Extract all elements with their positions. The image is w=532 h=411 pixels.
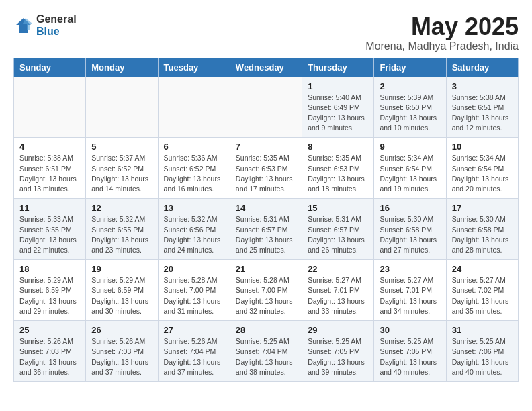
calendar-cell: 11Sunrise: 5:33 AM Sunset: 6:55 PM Dayli… [14, 199, 86, 260]
calendar-cell: 4Sunrise: 5:38 AM Sunset: 6:51 PM Daylig… [14, 138, 86, 199]
logo-general-text: General [36, 13, 77, 26]
calendar-cell: 7Sunrise: 5:35 AM Sunset: 6:53 PM Daylig… [230, 138, 302, 199]
day-info: Sunrise: 5:40 AM Sunset: 6:49 PM Dayligh… [308, 93, 368, 134]
day-info: Sunrise: 5:31 AM Sunset: 6:57 PM Dayligh… [308, 214, 368, 255]
day-info: Sunrise: 5:31 AM Sunset: 6:57 PM Dayligh… [236, 214, 296, 255]
calendar-cell: 25Sunrise: 5:26 AM Sunset: 7:03 PM Dayli… [14, 321, 86, 382]
calendar-cell: 31Sunrise: 5:25 AM Sunset: 7:06 PM Dayli… [446, 321, 518, 382]
calendar-cell: 18Sunrise: 5:29 AM Sunset: 6:59 PM Dayli… [14, 260, 86, 321]
weekday-header-tuesday: Tuesday [158, 58, 230, 77]
day-info: Sunrise: 5:27 AM Sunset: 7:01 PM Dayligh… [308, 275, 368, 316]
day-number: 15 [308, 203, 368, 213]
day-info: Sunrise: 5:35 AM Sunset: 6:53 PM Dayligh… [308, 153, 368, 194]
day-info: Sunrise: 5:39 AM Sunset: 6:50 PM Dayligh… [380, 93, 440, 134]
day-number: 8 [308, 142, 368, 152]
calendar-cell: 21Sunrise: 5:28 AM Sunset: 7:00 PM Dayli… [230, 260, 302, 321]
day-info: Sunrise: 5:32 AM Sunset: 6:56 PM Dayligh… [164, 214, 224, 255]
day-info: Sunrise: 5:29 AM Sunset: 6:59 PM Dayligh… [91, 275, 152, 316]
day-number: 19 [91, 264, 152, 274]
title-section: May 2025 Morena, Madhya Pradesh, India [365, 13, 519, 52]
day-info: Sunrise: 5:27 AM Sunset: 7:02 PM Dayligh… [452, 275, 513, 316]
calendar-cell: 30Sunrise: 5:25 AM Sunset: 7:05 PM Dayli… [374, 321, 446, 382]
weekday-header-wednesday: Wednesday [230, 58, 302, 77]
calendar-cell: 1Sunrise: 5:40 AM Sunset: 6:49 PM Daylig… [302, 77, 374, 138]
calendar-week-1: 1Sunrise: 5:40 AM Sunset: 6:49 PM Daylig… [14, 77, 519, 138]
day-number: 30 [380, 325, 440, 335]
calendar-cell: 23Sunrise: 5:27 AM Sunset: 7:01 PM Dayli… [374, 260, 446, 321]
day-number: 28 [236, 325, 296, 335]
logo-blue-text: Blue [36, 26, 77, 38]
location-subtitle: Morena, Madhya Pradesh, India [365, 40, 519, 52]
day-info: Sunrise: 5:25 AM Sunset: 7:04 PM Dayligh… [236, 336, 296, 377]
day-number: 7 [236, 142, 296, 152]
calendar-cell [14, 77, 86, 138]
calendar-cell: 29Sunrise: 5:25 AM Sunset: 7:05 PM Dayli… [302, 321, 374, 382]
day-number: 6 [164, 142, 224, 152]
calendar-cell: 17Sunrise: 5:30 AM Sunset: 6:58 PM Dayli… [446, 199, 518, 260]
day-number: 5 [91, 142, 152, 152]
day-number: 24 [452, 264, 513, 274]
weekday-header-friday: Friday [374, 58, 446, 77]
day-number: 14 [236, 203, 296, 213]
calendar-cell: 10Sunrise: 5:34 AM Sunset: 6:54 PM Dayli… [446, 138, 518, 199]
day-info: Sunrise: 5:38 AM Sunset: 6:51 PM Dayligh… [452, 93, 513, 134]
calendar-cell: 12Sunrise: 5:32 AM Sunset: 6:55 PM Dayli… [86, 199, 158, 260]
calendar-cell: 9Sunrise: 5:34 AM Sunset: 6:54 PM Daylig… [374, 138, 446, 199]
calendar-week-3: 11Sunrise: 5:33 AM Sunset: 6:55 PM Dayli… [14, 199, 519, 260]
day-number: 9 [380, 142, 440, 152]
calendar-cell: 13Sunrise: 5:32 AM Sunset: 6:56 PM Dayli… [158, 199, 230, 260]
calendar-cell: 5Sunrise: 5:37 AM Sunset: 6:52 PM Daylig… [86, 138, 158, 199]
day-info: Sunrise: 5:36 AM Sunset: 6:52 PM Dayligh… [164, 153, 224, 194]
day-number: 17 [452, 203, 513, 213]
calendar-cell: 26Sunrise: 5:26 AM Sunset: 7:03 PM Dayli… [86, 321, 158, 382]
day-info: Sunrise: 5:30 AM Sunset: 6:58 PM Dayligh… [380, 214, 440, 255]
calendar-table: SundayMondayTuesdayWednesdayThursdayFrid… [13, 58, 519, 382]
day-info: Sunrise: 5:30 AM Sunset: 6:58 PM Dayligh… [452, 214, 513, 255]
header: General Blue May 2025 Morena, Madhya Pra… [13, 13, 519, 52]
calendar-week-4: 18Sunrise: 5:29 AM Sunset: 6:59 PM Dayli… [14, 260, 519, 321]
day-info: Sunrise: 5:29 AM Sunset: 6:59 PM Dayligh… [19, 275, 80, 316]
calendar-cell: 2Sunrise: 5:39 AM Sunset: 6:50 PM Daylig… [374, 77, 446, 138]
day-number: 16 [380, 203, 440, 213]
logo-text: General Blue [36, 13, 77, 37]
day-number: 18 [19, 264, 80, 274]
day-number: 25 [19, 325, 80, 335]
weekday-header-monday: Monday [86, 58, 158, 77]
day-info: Sunrise: 5:32 AM Sunset: 6:55 PM Dayligh… [91, 214, 152, 255]
weekday-header-thursday: Thursday [302, 58, 374, 77]
month-title: May 2025 [365, 13, 519, 40]
day-number: 20 [164, 264, 224, 274]
day-number: 13 [164, 203, 224, 213]
calendar-week-2: 4Sunrise: 5:38 AM Sunset: 6:51 PM Daylig… [14, 138, 519, 199]
day-number: 31 [452, 325, 513, 335]
logo-icon [13, 15, 34, 36]
calendar-cell [230, 77, 302, 138]
day-info: Sunrise: 5:26 AM Sunset: 7:03 PM Dayligh… [19, 336, 80, 377]
day-number: 23 [380, 264, 440, 274]
day-info: Sunrise: 5:35 AM Sunset: 6:53 PM Dayligh… [236, 153, 296, 194]
day-info: Sunrise: 5:27 AM Sunset: 7:01 PM Dayligh… [380, 275, 440, 316]
day-info: Sunrise: 5:34 AM Sunset: 6:54 PM Dayligh… [380, 153, 440, 194]
calendar-cell: 8Sunrise: 5:35 AM Sunset: 6:53 PM Daylig… [302, 138, 374, 199]
day-number: 26 [91, 325, 152, 335]
day-number: 11 [19, 203, 80, 213]
calendar-cell: 15Sunrise: 5:31 AM Sunset: 6:57 PM Dayli… [302, 199, 374, 260]
day-number: 3 [452, 81, 513, 91]
day-number: 21 [236, 264, 296, 274]
calendar-cell: 16Sunrise: 5:30 AM Sunset: 6:58 PM Dayli… [374, 199, 446, 260]
day-info: Sunrise: 5:26 AM Sunset: 7:03 PM Dayligh… [91, 336, 152, 377]
calendar-cell: 6Sunrise: 5:36 AM Sunset: 6:52 PM Daylig… [158, 138, 230, 199]
calendar-cell: 28Sunrise: 5:25 AM Sunset: 7:04 PM Dayli… [230, 321, 302, 382]
day-info: Sunrise: 5:25 AM Sunset: 7:05 PM Dayligh… [380, 336, 440, 377]
day-number: 29 [308, 325, 368, 335]
weekday-header-saturday: Saturday [446, 58, 518, 77]
day-number: 10 [452, 142, 513, 152]
day-info: Sunrise: 5:28 AM Sunset: 7:00 PM Dayligh… [164, 275, 224, 316]
calendar-cell: 22Sunrise: 5:27 AM Sunset: 7:01 PM Dayli… [302, 260, 374, 321]
calendar-cell: 3Sunrise: 5:38 AM Sunset: 6:51 PM Daylig… [446, 77, 518, 138]
day-number: 12 [91, 203, 152, 213]
day-info: Sunrise: 5:37 AM Sunset: 6:52 PM Dayligh… [91, 153, 152, 194]
calendar-cell: 27Sunrise: 5:26 AM Sunset: 7:04 PM Dayli… [158, 321, 230, 382]
day-info: Sunrise: 5:25 AM Sunset: 7:06 PM Dayligh… [452, 336, 513, 377]
logo: General Blue [13, 13, 77, 37]
